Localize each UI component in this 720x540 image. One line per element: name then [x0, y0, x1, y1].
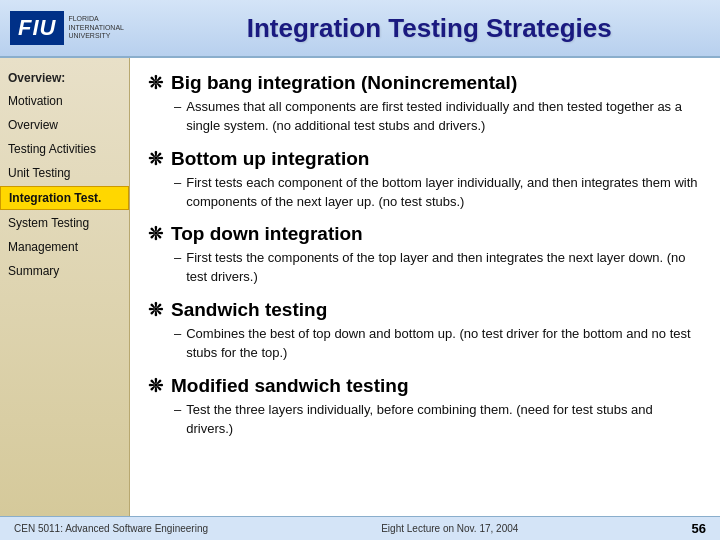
footer: CEN 5011: Advanced Software Engineering …	[0, 516, 720, 540]
header: FIU FLORIDA INTERNATIONAL UNIVERSITY Int…	[0, 0, 720, 58]
bullet-modified-sandwich-text: Test the three layers individually, befo…	[186, 401, 702, 439]
bullet-modified-sandwich-title: Modified sandwich testing	[171, 375, 409, 397]
footer-page: 56	[692, 521, 706, 536]
bullet-bottom-up-body: – First tests each component of the bott…	[174, 174, 702, 212]
bullet-star-3: ❊	[148, 223, 163, 245]
bullet-bottom-up: ❊ Bottom up integration – First tests ea…	[148, 148, 702, 212]
footer-right: Eight Lecture on Nov. 17, 2004	[381, 523, 518, 534]
sidebar-item-management[interactable]: Management	[0, 236, 129, 258]
main-layout: Overview: Motivation Overview Testing Ac…	[0, 58, 720, 540]
page-title: Integration Testing Strategies	[148, 13, 710, 44]
bullet-top-down: ❊ Top down integration – First tests the…	[148, 223, 702, 287]
bullet-star-1: ❊	[148, 72, 163, 94]
sidebar-item-testing-activities[interactable]: Testing Activities	[0, 138, 129, 160]
bullet-bottom-up-title: Bottom up integration	[171, 148, 369, 170]
bullet-big-bang-title: Big bang integration (Nonincremental)	[171, 72, 517, 94]
bullet-top-down-header: ❊ Top down integration	[148, 223, 702, 245]
bullet-top-down-body: – First tests the components of the top …	[174, 249, 702, 287]
bullet-modified-sandwich: ❊ Modified sandwich testing – Test the t…	[148, 375, 702, 439]
sidebar-overview-label: Overview:	[0, 68, 129, 88]
bullet-big-bang-header: ❊ Big bang integration (Nonincremental)	[148, 72, 702, 94]
bullet-modified-sandwich-header: ❊ Modified sandwich testing	[148, 375, 702, 397]
bullet-modified-sandwich-body: – Test the three layers individually, be…	[174, 401, 702, 439]
dash-item: – First tests the components of the top …	[174, 249, 702, 287]
dash-item: – First tests each component of the bott…	[174, 174, 702, 212]
bullet-sandwich: ❊ Sandwich testing – Combines the best o…	[148, 299, 702, 363]
bullet-sandwich-title: Sandwich testing	[171, 299, 327, 321]
bullet-big-bang: ❊ Big bang integration (Nonincremental) …	[148, 72, 702, 136]
dash-item: – Assumes that all components are first …	[174, 98, 702, 136]
footer-left: CEN 5011: Advanced Software Engineering	[14, 523, 208, 534]
sidebar: Overview: Motivation Overview Testing Ac…	[0, 58, 130, 540]
bullet-sandwich-header: ❊ Sandwich testing	[148, 299, 702, 321]
sidebar-item-system-testing[interactable]: System Testing	[0, 212, 129, 234]
sidebar-item-unit-testing[interactable]: Unit Testing	[0, 162, 129, 184]
sidebar-item-motivation[interactable]: Motivation	[0, 90, 129, 112]
bullet-big-bang-body: – Assumes that all components are first …	[174, 98, 702, 136]
bullet-star-5: ❊	[148, 375, 163, 397]
bullet-star-2: ❊	[148, 148, 163, 170]
bullet-sandwich-body: – Combines the best of top down and bott…	[174, 325, 702, 363]
bullet-top-down-title: Top down integration	[171, 223, 363, 245]
sidebar-item-summary[interactable]: Summary	[0, 260, 129, 282]
bullet-big-bang-text: Assumes that all components are first te…	[186, 98, 702, 136]
bullet-sandwich-text: Combines the best of top down and bottom…	[186, 325, 702, 363]
sidebar-item-overview[interactable]: Overview	[0, 114, 129, 136]
bullet-star-4: ❊	[148, 299, 163, 321]
dash-item: – Combines the best of top down and bott…	[174, 325, 702, 363]
bullet-top-down-text: First tests the components of the top la…	[186, 249, 702, 287]
logo-text: FIU	[10, 11, 64, 45]
bullet-bottom-up-text: First tests each component of the bottom…	[186, 174, 702, 212]
logo: FIU FLORIDA INTERNATIONAL UNIVERSITY	[10, 11, 128, 45]
bullet-bottom-up-header: ❊ Bottom up integration	[148, 148, 702, 170]
content-area: ❊ Big bang integration (Nonincremental) …	[130, 58, 720, 540]
sidebar-item-integration-test[interactable]: Integration Test.	[0, 186, 129, 210]
dash-item: – Test the three layers individually, be…	[174, 401, 702, 439]
logo-subtitle: FLORIDA INTERNATIONAL UNIVERSITY	[68, 15, 128, 40]
